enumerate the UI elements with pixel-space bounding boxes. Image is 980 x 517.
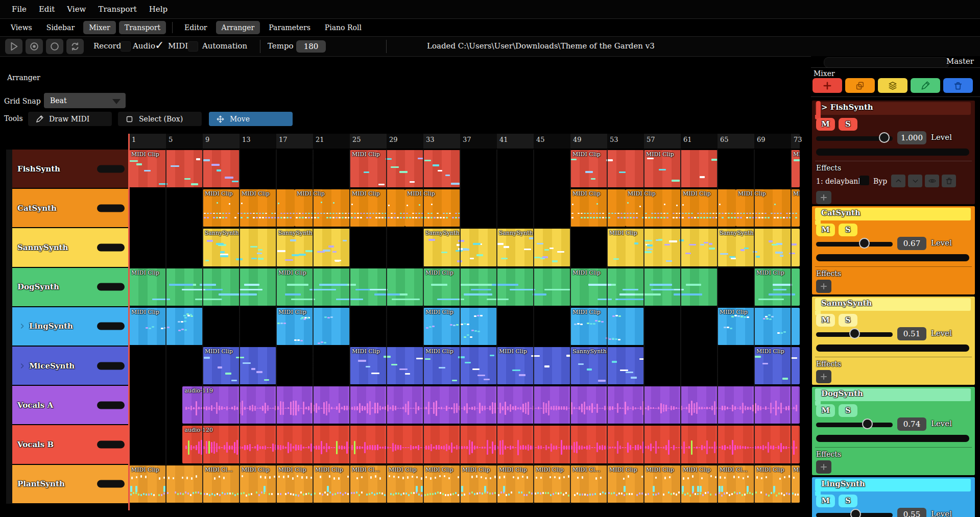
track-header-plantsynth[interactable]: PlantSynth bbox=[12, 465, 129, 503]
track-volume-slider[interactable] bbox=[97, 480, 125, 488]
viewbar-button-mixer[interactable]: Mixer bbox=[83, 21, 116, 34]
clip-midi-clip[interactable]: MIDI Clip bbox=[350, 347, 423, 384]
clip-midi-clip[interactable]: MIDI Clip bbox=[423, 465, 460, 503]
mixer-strip-sannysynth[interactable]: SannySynthMS0.51LevelEffects bbox=[812, 297, 975, 385]
ruler-bar-17[interactable]: 17 bbox=[276, 134, 313, 149]
track-header-vocals-a[interactable]: Vocals A bbox=[12, 386, 129, 424]
mute-button[interactable]: M bbox=[816, 118, 835, 131]
ruler-bar-21[interactable]: 21 bbox=[313, 134, 350, 149]
clip-midi-clip[interactable]: MIDI Clip bbox=[681, 465, 718, 503]
effect-bypass-checkbox[interactable] bbox=[859, 176, 869, 185]
mixer-strip-dogsynth[interactable]: DogSynthMS0.74LevelEffects bbox=[812, 387, 975, 475]
level-value-field[interactable]: 1.000 bbox=[897, 131, 926, 144]
ruler-bar-1[interactable]: 1 bbox=[129, 134, 166, 149]
clip-midi-clip[interactable]: MIDI Clip bbox=[497, 347, 570, 384]
edit-track-button[interactable] bbox=[911, 78, 940, 93]
clip-midi-clip[interactable]: MIDI Clip bbox=[240, 465, 276, 503]
clip-midi-cl-[interactable]: MIDI Cl... bbox=[718, 465, 754, 503]
level-knob[interactable] bbox=[859, 238, 870, 249]
viewbar-button-sidebar[interactable]: Sidebar bbox=[41, 21, 80, 34]
viewbar-button-transport[interactable]: Transport bbox=[119, 21, 166, 34]
ruler-bar-41[interactable]: 41 bbox=[497, 134, 534, 149]
viewbar-button-parameters[interactable]: Parameters bbox=[263, 21, 316, 34]
clip-sannysynth[interactable]: SannySynth bbox=[423, 229, 497, 266]
add-effect-button[interactable] bbox=[816, 460, 831, 474]
clip-midi-cl-[interactable]: MIDI Cl... bbox=[350, 465, 387, 503]
menu-item-edit[interactable]: Edit bbox=[34, 4, 60, 15]
menu-item-view[interactable]: View bbox=[62, 4, 91, 15]
level-value-field[interactable]: 0.55 bbox=[897, 508, 926, 517]
ruler-bar-53[interactable]: 53 bbox=[607, 134, 644, 149]
clip-midi-clip[interactable]: MIDI Clip bbox=[570, 308, 644, 345]
clip-midi-clip[interactable]: MIDI Clip bbox=[791, 150, 800, 187]
clip-midi-clip[interactable]: MIDI Clip bbox=[405, 189, 460, 227]
effect-move-down-button[interactable] bbox=[908, 175, 922, 187]
mixer-strip--fishsynth[interactable]: > FishSynthMS1.000LevelEffects1: delayba… bbox=[812, 101, 975, 204]
clip-midi-clip[interactable]: MIDI Clip bbox=[129, 268, 276, 306]
viewbar-button-editor[interactable]: Editor bbox=[179, 21, 212, 34]
track-volume-slider[interactable] bbox=[97, 165, 125, 173]
level-value-field[interactable]: 0.51 bbox=[897, 327, 926, 340]
loop-button[interactable] bbox=[66, 39, 84, 54]
clip-midi-clip[interactable]: MIDI Clip bbox=[534, 465, 570, 503]
track-header-fishsynth[interactable]: FishSynth bbox=[12, 150, 129, 188]
clip-unlabeled[interactable] bbox=[166, 465, 203, 503]
clip-mi-[interactable]: MI... bbox=[791, 465, 800, 503]
ruler-bar-13[interactable]: 13 bbox=[240, 134, 276, 149]
menu-item-help[interactable]: Help bbox=[144, 4, 173, 15]
solo-button[interactable]: S bbox=[839, 224, 857, 236]
clip-midi-clip[interactable]: MIDI Clip bbox=[423, 308, 497, 345]
level-slider[interactable] bbox=[816, 423, 893, 427]
ruler-bar-73[interactable]: 73 bbox=[791, 134, 800, 149]
clip-midi-clip[interactable]: MIDI Clip bbox=[791, 189, 800, 227]
clip-midi-clip[interactable]: MIDI Clip bbox=[295, 189, 350, 227]
solo-button[interactable]: S bbox=[839, 495, 857, 507]
tool-button-select-box-[interactable]: Select (Box) bbox=[118, 112, 202, 126]
tool-button-draw-midi[interactable]: Draw MIDI bbox=[28, 112, 112, 126]
clip-midi-clip[interactable]: MIDI Clip bbox=[313, 465, 350, 503]
track-volume-slider[interactable] bbox=[97, 440, 125, 448]
ruler-bar-45[interactable]: 45 bbox=[534, 134, 570, 149]
track-volume-slider[interactable] bbox=[97, 204, 125, 212]
clip-midi-clip[interactable]: MIDI Clip bbox=[681, 189, 736, 227]
menu-item-transport[interactable]: Transport bbox=[93, 4, 141, 15]
clip-sannysynth[interactable]: SannySynth bbox=[203, 229, 276, 266]
clip-midi-clip[interactable]: MIDI Clip bbox=[644, 465, 681, 503]
clip-midi-clip[interactable]: MIDI Clip bbox=[276, 268, 423, 306]
track-volume-slider[interactable] bbox=[97, 362, 125, 370]
track-volume-slider[interactable] bbox=[97, 283, 125, 291]
clip-midi-cl-[interactable]: MIDI Cl... bbox=[203, 465, 240, 503]
level-value-field[interactable]: 0.74 bbox=[897, 417, 926, 431]
mixer-strip-lingsynth[interactable]: LingSynthMS0.55LevelEffects bbox=[812, 477, 975, 517]
clip-midi-clip[interactable]: MIDI Clip bbox=[718, 308, 800, 345]
clip-midi-clip[interactable]: MIDI Clip bbox=[497, 465, 534, 503]
track-header-catsynth[interactable]: CatSynth bbox=[12, 189, 129, 227]
solo-button[interactable]: S bbox=[839, 314, 857, 327]
clip-midi-clip[interactable]: MIDI Clip bbox=[129, 150, 203, 187]
ruler-bar-57[interactable]: 57 bbox=[644, 134, 681, 149]
duplicate-track-button[interactable] bbox=[845, 78, 875, 93]
level-slider[interactable] bbox=[816, 242, 893, 247]
checkbox-midi-checked[interactable]: ✓ bbox=[155, 39, 164, 52]
add-effect-button[interactable] bbox=[816, 280, 831, 293]
clip-audio-119[interactable]: audio-119 bbox=[182, 386, 800, 424]
ruler-bar-5[interactable]: 5 bbox=[166, 134, 203, 149]
clip-midi-clip[interactable]: MIDI Clip bbox=[129, 465, 166, 503]
grid-snap-select[interactable]: Beat bbox=[44, 93, 126, 108]
level-knob[interactable] bbox=[879, 132, 890, 143]
clip-midi-clip[interactable]: MIDI Clip bbox=[736, 189, 791, 227]
level-slider[interactable] bbox=[816, 136, 893, 141]
viewbar-button-views[interactable]: Views bbox=[5, 21, 38, 34]
mute-button[interactable]: M bbox=[816, 314, 835, 327]
clip-midi-clip[interactable]: MIDI Clip bbox=[350, 150, 423, 187]
play-button[interactable] bbox=[5, 39, 22, 54]
clip-midi-clip[interactable]: MIDI Clip bbox=[203, 347, 276, 384]
clip-sannysynth[interactable]: SannySynth bbox=[276, 229, 350, 266]
track-volume-slider[interactable] bbox=[97, 401, 125, 409]
level-value-field[interactable]: 0.67 bbox=[897, 237, 926, 250]
clip-unlabeled[interactable] bbox=[203, 150, 240, 187]
effect-move-up-button[interactable] bbox=[891, 175, 905, 187]
level-knob[interactable] bbox=[850, 509, 861, 517]
ruler-bar-37[interactable]: 37 bbox=[460, 134, 497, 149]
level-slider[interactable] bbox=[816, 513, 893, 517]
